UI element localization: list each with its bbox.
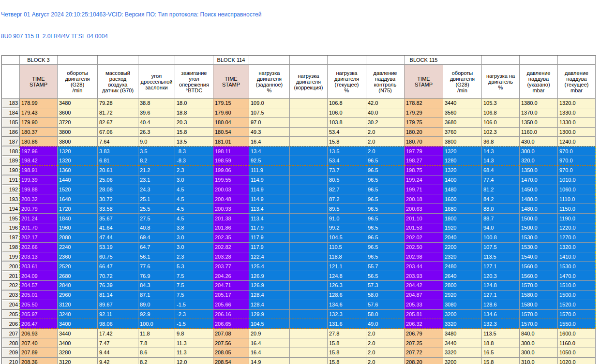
timestamp-cell[interactable]: 203.77	[213, 262, 249, 271]
row-number-button[interactable]: 208	[2, 338, 20, 348]
timestamp-cell[interactable]: 201.38	[213, 214, 249, 223]
value-cell[interactable]: 53.19	[98, 243, 138, 252]
value-cell[interactable]: 3440	[443, 338, 482, 348]
value-cell[interactable]: 9.0	[138, 137, 175, 146]
value-cell[interactable]: 69.4	[138, 233, 175, 243]
timestamp-cell[interactable]: 180.54	[213, 128, 249, 137]
value-cell[interactable]: 2680	[58, 271, 98, 281]
value-cell[interactable]: 92.11	[98, 310, 138, 320]
value-cell[interactable]: 1330.0	[558, 108, 596, 118]
value-cell[interactable]	[290, 233, 328, 243]
row-number-button[interactable]: 195	[2, 214, 20, 223]
value-cell[interactable]: 2480	[443, 262, 482, 271]
value-cell[interactable]: 24.3	[138, 185, 175, 195]
timestamp-cell[interactable]: 179.43	[20, 108, 58, 118]
value-cell[interactable]: 7.47	[98, 338, 138, 348]
value-cell[interactable]: 3080	[443, 300, 482, 310]
row-number-button[interactable]: 183	[2, 99, 20, 108]
value-cell[interactable]: 1110.0	[558, 194, 596, 204]
value-cell[interactable]: 28.08	[98, 185, 138, 195]
timestamp-cell[interactable]: 179.75	[405, 118, 443, 128]
value-cell[interactable]: 25.06	[98, 175, 138, 185]
value-cell[interactable]: 1800	[443, 214, 482, 223]
value-cell[interactable]: 81.2	[482, 185, 520, 195]
value-cell[interactable]: 1060.0	[558, 185, 596, 195]
value-cell[interactable]: 128.4	[249, 300, 290, 310]
value-cell[interactable]: 15.8	[328, 358, 366, 364]
timestamp-cell[interactable]: 198.27	[405, 156, 443, 166]
value-cell[interactable]	[290, 204, 328, 214]
timestamp-cell[interactable]: 200.18	[405, 194, 443, 204]
timestamp-cell[interactable]: 204.09	[20, 271, 58, 281]
value-cell[interactable]: 3800	[58, 128, 98, 137]
value-cell[interactable]: 3240	[58, 310, 98, 320]
value-cell[interactable]: 1540.0	[520, 252, 558, 262]
timestamp-cell[interactable]: 205.01	[20, 291, 58, 300]
value-cell[interactable]: 3.0	[175, 243, 213, 252]
value-cell[interactable]: 103.8	[328, 118, 366, 128]
value-cell[interactable]: 67.06	[98, 128, 138, 137]
value-cell[interactable]: 1570.0	[520, 310, 558, 320]
value-cell[interactable]	[290, 194, 328, 204]
value-cell[interactable]	[290, 348, 328, 358]
value-cell[interactable]: 16.4	[249, 137, 290, 146]
value-cell[interactable]: 8.6	[138, 348, 175, 358]
row-number-button[interactable]: 196	[2, 223, 20, 233]
value-cell[interactable]: 7.5	[175, 271, 213, 281]
value-cell[interactable]: 3.5	[138, 146, 175, 156]
value-cell[interactable]: 15.8	[175, 128, 213, 137]
value-cell[interactable]: 80.5	[328, 175, 366, 185]
value-cell[interactable]: 2.0	[366, 146, 405, 156]
value-cell[interactable]: 1050.0	[558, 348, 596, 358]
value-cell[interactable]: 1270.0	[558, 233, 596, 243]
timestamp-cell[interactable]: 179.15	[213, 99, 249, 108]
value-cell[interactable]: 113.5	[482, 329, 520, 338]
value-cell[interactable]: 1480.0	[520, 194, 558, 204]
value-cell[interactable]: 134.6	[328, 300, 366, 310]
value-cell[interactable]: 4.5	[175, 185, 213, 195]
value-cell[interactable]: 13.4	[249, 146, 290, 156]
value-cell[interactable]: 58.0	[366, 310, 405, 320]
value-cell[interactable]: 300.0	[520, 348, 558, 358]
value-cell[interactable]: 2840	[58, 281, 98, 291]
value-cell[interactable]: 1510.0	[558, 281, 596, 291]
value-cell[interactable]: 2640	[443, 271, 482, 281]
value-cell[interactable]	[290, 262, 328, 271]
row-number-button[interactable]: 191	[2, 175, 20, 185]
value-cell[interactable]: 114.9	[249, 194, 290, 204]
timestamp-cell[interactable]: 206.65	[213, 319, 249, 329]
value-cell[interactable]: 20.9	[249, 329, 290, 338]
value-cell[interactable]: 7.64	[98, 137, 138, 146]
row-number-button[interactable]: 205	[2, 310, 20, 320]
value-cell[interactable]: 100.8	[482, 233, 520, 243]
value-cell[interactable]: 970.0	[558, 146, 596, 156]
value-cell[interactable]: 1320	[443, 166, 482, 175]
timestamp-cell[interactable]: 200.63	[405, 204, 443, 214]
value-cell[interactable]: 4.5	[175, 194, 213, 204]
value-cell[interactable]: 15.8	[328, 348, 366, 358]
value-cell[interactable]: 18.8	[175, 108, 213, 118]
value-cell[interactable]: 20.3	[175, 118, 213, 128]
value-cell[interactable]: 16.5	[482, 348, 520, 358]
value-cell[interactable]: 49.0	[366, 319, 405, 329]
value-cell[interactable]: 70.72	[98, 271, 138, 281]
timestamp-cell[interactable]: 180.86	[20, 137, 58, 146]
value-cell[interactable]: 27.8	[328, 329, 366, 338]
value-cell[interactable]: 1600	[443, 194, 482, 204]
value-cell[interactable]: 125.4	[249, 262, 290, 271]
timestamp-cell[interactable]: 203.28	[213, 252, 249, 262]
timestamp-cell[interactable]: 179.29	[405, 108, 443, 118]
value-cell[interactable]: 2.0	[366, 338, 405, 348]
value-cell[interactable]	[290, 300, 328, 310]
row-number-button[interactable]: 204	[2, 300, 20, 310]
value-cell[interactable]: 1560.0	[520, 271, 558, 281]
row-number-button[interactable]: 190	[2, 166, 20, 175]
value-cell[interactable]: -8.3	[175, 156, 213, 166]
timestamp-cell[interactable]: 203.13	[20, 252, 58, 262]
value-cell[interactable]	[290, 310, 328, 320]
value-cell[interactable]: 1560.0	[520, 262, 558, 271]
value-cell[interactable]: 134.6	[482, 310, 520, 320]
value-cell[interactable]: 60.75	[98, 252, 138, 262]
timestamp-cell[interactable]: 202.35	[213, 233, 249, 243]
timestamp-cell[interactable]: 200.93	[213, 204, 249, 214]
